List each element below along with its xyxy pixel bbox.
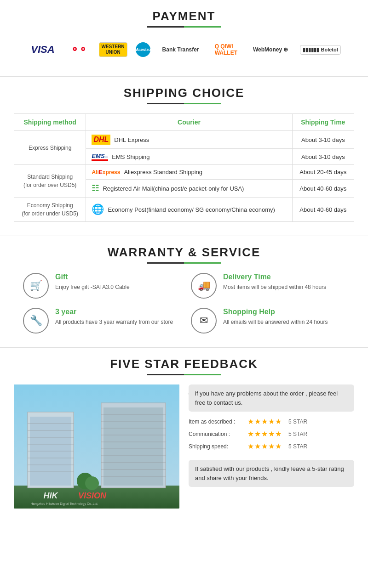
boleto-logo: ▮▮▮▮▮▮ Boletol: [300, 45, 340, 55]
rating-stars-shipping: ★★★★★: [247, 442, 282, 451]
rating-label-described: Item as described :: [189, 418, 244, 425]
western-union-logo: WESTERNUNION: [99, 42, 127, 57]
shipping-table: Shipping method Courier Shipping Time Ex…: [14, 113, 354, 222]
dhl-logo: DHL: [92, 135, 110, 145]
gift-desc: Enjoy free gift -SATA3.0 Cable: [55, 283, 130, 291]
warranty-gift-text: Gift Enjoy free gift -SATA3.0 Cable: [55, 273, 130, 291]
warranty-item-help: ✉ Shopping Help All emails will be answe…: [191, 308, 345, 334]
warranty-underline: [147, 262, 221, 264]
qiwi-logo: Q QIWIWALLET: [211, 41, 241, 58]
delivery-desc: Most items will be shipped within 48 hou…: [223, 283, 326, 291]
epacket-name: Registered Air Mail(china post/e packet-…: [103, 185, 244, 192]
warranty-title: WARRANTY & SERVICE: [14, 245, 354, 260]
warranty-heading: 3 year: [55, 308, 173, 316]
courier-epacket: ☷ Registered Air Mail(china post/e packe…: [86, 180, 292, 198]
time-dhl: About 3-10 days: [292, 131, 354, 149]
payment-logos-container: VISA ⚬⚬ WESTERNUNION Maestro Bank Transf…: [14, 37, 354, 62]
ems-logo: EMS≡: [92, 153, 108, 161]
feedback-content: HIK VISION Hangzhou Hikvision Digital Te…: [14, 384, 354, 509]
table-row: Standard Shipping(for order over USD5) A…: [14, 165, 354, 180]
courier-ali: AliExpress Aliexpress Standard Shipping: [86, 165, 292, 180]
warranty-delivery-text: Delivery Time Most items will be shipped…: [223, 273, 326, 291]
warranty-item-delivery: 🚚 Delivery Time Most items will be shipp…: [191, 273, 345, 299]
warranty-help-text: Shopping Help All emails will be answere…: [223, 308, 328, 326]
shipping-header-row: Shipping method Courier Shipping Time: [14, 114, 354, 131]
svg-point-25: [85, 476, 99, 490]
ems-name: EMS Shipping: [112, 153, 150, 160]
email-icon: ✉: [191, 308, 217, 334]
time-ems: About 3-10 days: [292, 149, 354, 165]
warranty-year-text: 3 year All products have 3 year warranty…: [55, 308, 173, 326]
gift-icon: 🛒: [23, 273, 49, 299]
courier-un: 🌐 Economy Post(finland economy/ SG econo…: [86, 198, 292, 222]
feedback-right-panel: if you have any problems about the order…: [189, 384, 354, 509]
un-name: Economy Post(finland economy/ SG economy…: [108, 206, 275, 213]
mastercard-logo: ⚬⚬: [67, 42, 91, 57]
shipping-col-time: Shipping Time: [292, 114, 354, 131]
rating-stars-described: ★★★★★: [247, 417, 282, 426]
svg-text:Hangzhou Hikvision Digital Tec: Hangzhou Hikvision Digital Technology Co…: [31, 502, 98, 506]
svg-rect-13: [104, 407, 163, 486]
tools-icon: 🔧: [23, 308, 49, 334]
feedback-bubble-top: if you have any problems about the order…: [189, 384, 354, 412]
time-ali: About 20-45 days: [292, 165, 354, 180]
rating-label-shipping: Shipping speed:: [189, 443, 244, 450]
payment-title: PAYMENT: [14, 9, 354, 23]
webmoney-logo: WebMoney ⊕: [249, 45, 292, 55]
gift-heading: Gift: [55, 273, 130, 281]
aliexpress-logo: AliExpress: [92, 169, 120, 175]
warranty-item-warranty: 🔧 3 year All products have 3 year warran…: [23, 308, 177, 334]
building-image: HIK VISION Hangzhou Hikvision Digital Te…: [14, 384, 179, 509]
help-heading: Shopping Help: [223, 308, 328, 316]
method-standard: Standard Shipping(for order over USD5): [14, 165, 86, 198]
epacket-logo: ☷: [92, 183, 99, 193]
courier-ems: EMS≡ EMS Shipping: [86, 149, 292, 165]
shipping-col-method: Shipping method: [14, 114, 86, 131]
rating-row-shipping: Shipping speed: ★★★★★ 5 STAR: [189, 442, 354, 451]
rating-text-shipping: 5 STAR: [288, 443, 307, 450]
ratings-table: Item as described : ★★★★★ 5 STAR Communi…: [189, 417, 354, 454]
table-row: Express Shipping DHL DHL Express About 3…: [14, 131, 354, 149]
rating-row-communication: Communication : ★★★★★ 5 STAR: [189, 430, 354, 438]
shipping-section: SHIPPING CHOICE Shipping method Courier …: [0, 77, 368, 236]
rating-stars-communication: ★★★★★: [247, 430, 282, 438]
shipping-underline: [147, 103, 221, 104]
maestro-logo: Maestro: [136, 42, 150, 57]
help-desc: All emails will be answered within 24 ho…: [223, 318, 328, 326]
feedback-title: FIVE STAR FEEDBACK: [14, 357, 354, 371]
rating-label-communication: Communication :: [189, 431, 244, 437]
svg-text:VISION: VISION: [78, 491, 107, 500]
warranty-grid: 🛒 Gift Enjoy free gift -SATA3.0 Cable 🚚 …: [14, 273, 354, 334]
payment-underline: [147, 26, 221, 28]
shipping-title: SHIPPING CHOICE: [14, 86, 354, 100]
ali-name: Aliexpress Standard Shipping: [124, 169, 202, 175]
un-logo: 🌐: [92, 204, 104, 215]
method-express: Express Shipping: [14, 131, 86, 165]
rating-row-described: Item as described : ★★★★★ 5 STAR: [189, 417, 354, 426]
delivery-heading: Delivery Time: [223, 273, 326, 281]
feedback-underline: [147, 374, 221, 375]
time-epacket: About 40-60 days: [292, 180, 354, 198]
feedback-section: FIVE STAR FEEDBACK: [0, 348, 368, 522]
warranty-desc: All products have 3 year warranty from o…: [55, 318, 173, 326]
time-economy: About 40-60 days: [292, 198, 354, 222]
rating-text-communication: 5 STAR: [288, 431, 307, 437]
method-economy: Economy Shipping(for order under USD5): [14, 198, 86, 222]
visa-logo: VISA: [27, 42, 58, 57]
feedback-bubble-bottom: If satisfied with our products , kindly …: [189, 460, 354, 487]
warranty-item-gift: 🛒 Gift Enjoy free gift -SATA3.0 Cable: [23, 273, 177, 299]
warranty-section: WARRANTY & SERVICE 🛒 Gift Enjoy free gif…: [0, 236, 368, 348]
bank-transfer-logo: Bank Transfer: [159, 45, 203, 55]
table-row: Economy Shipping(for order under USD5) 🌐…: [14, 198, 354, 222]
svg-text:HIK: HIK: [44, 491, 59, 500]
dhl-name: DHL Express: [114, 136, 149, 143]
courier-dhl: DHL DHL Express: [86, 131, 292, 149]
delivery-icon: 🚚: [191, 273, 217, 299]
rating-text-described: 5 STAR: [288, 418, 307, 425]
payment-section: PAYMENT VISA ⚬⚬ WESTERNUNION Maestro Ban…: [0, 0, 368, 77]
shipping-col-courier: Courier: [86, 114, 292, 131]
